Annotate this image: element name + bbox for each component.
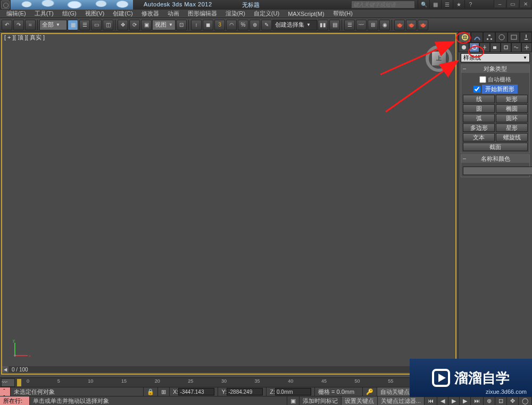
material-editor-button[interactable]: ◉ (379, 20, 390, 30)
play-button[interactable]: ▶ (448, 396, 460, 405)
mirror-button[interactable]: ▮▮ (318, 20, 328, 30)
subtab-cameras[interactable] (490, 43, 501, 52)
align-button[interactable]: ▤ (329, 20, 340, 30)
scroll-left-icon[interactable]: ◀ (2, 366, 9, 373)
select-name-button[interactable]: ☰ (79, 20, 90, 30)
lock-icon[interactable]: 🔒 (144, 387, 158, 396)
tab-create[interactable] (459, 32, 471, 43)
view-cube-face[interactable]: 上 (432, 52, 446, 65)
shape-donut-button[interactable]: 圆环 (496, 114, 528, 122)
time-slider-handle[interactable] (17, 379, 21, 386)
help-search[interactable] (351, 1, 415, 9)
render-setup-button[interactable]: 🫖 (394, 20, 405, 30)
nav-orbit-button[interactable]: ◯ (519, 396, 532, 405)
viewport-label[interactable]: [ + ][ 顶 ][ 真实 ] (4, 34, 45, 42)
viewport[interactable]: [ + ][ 顶 ][ 真实 ] 上 y x ◀ 0 / 100 ▶ (0, 32, 459, 376)
search-icon[interactable]: 🔍 (418, 0, 429, 9)
rect-select-button[interactable]: ▭ (91, 20, 102, 30)
menu-help[interactable]: 帮助(H) (329, 9, 357, 18)
shape-section-button[interactable]: 截面 (463, 143, 528, 151)
shape-star-button[interactable]: 星形 (496, 123, 528, 132)
shape-rectangle-button[interactable]: 矩形 (496, 95, 528, 103)
link-button[interactable]: ≈ (25, 20, 36, 30)
app-icon[interactable] (1, 1, 10, 9)
time-tag-button[interactable]: 添加时间标记 (300, 396, 342, 405)
key-filter-button[interactable]: 关键点过滤器... (378, 396, 425, 405)
coord-x-input[interactable] (178, 388, 214, 395)
selection-filter-dropdown[interactable]: 全部▼ (39, 20, 67, 30)
rotate-button[interactable]: ⟳ (129, 20, 140, 30)
shape-category-dropdown[interactable]: 样条线 ▼ (461, 53, 530, 62)
subtab-geometry[interactable] (459, 43, 469, 52)
goto-end-button[interactable]: ⏭ (471, 396, 484, 405)
shape-ngon-button[interactable]: 多边形 (463, 123, 495, 132)
tab-display[interactable] (508, 32, 520, 43)
named-sel-dropdown[interactable]: 创建选择集▼ (272, 20, 317, 30)
menu-modifiers[interactable]: 修改器 (137, 9, 163, 18)
menu-views[interactable]: 视图(V) (81, 9, 109, 18)
pivot-button[interactable]: ⊡ (176, 20, 187, 30)
coord-abs-icon[interactable]: ⊞ (158, 387, 170, 396)
shape-line-button[interactable]: 线 (463, 95, 495, 103)
shape-circle-button[interactable]: 圆 (463, 104, 495, 113)
object-name-input[interactable] (463, 167, 532, 175)
menu-tools[interactable]: 工具(T) (30, 9, 58, 18)
set-key-button[interactable]: 设置关键点 (342, 396, 378, 405)
auto-key-button[interactable]: 自动关键点 (377, 387, 413, 396)
rollout-name-color-header[interactable]: 名称和颜色 (461, 155, 529, 163)
redo-button[interactable]: ↷ (13, 20, 24, 30)
tab-motion[interactable] (495, 32, 508, 43)
shape-ellipse-button[interactable]: 椭圆 (496, 104, 528, 113)
goto-start-button[interactable]: ⏮ (425, 396, 437, 405)
isolate-icon[interactable]: ▣ (287, 396, 300, 405)
curve-editor-button[interactable]: 〰 (356, 20, 367, 30)
menu-render[interactable]: 渲染(R) (221, 9, 250, 18)
subscription-icon[interactable]: ▦ (429, 0, 441, 9)
start-new-shape-label[interactable]: 开始新图形 (482, 85, 518, 94)
tab-utilities[interactable] (520, 32, 532, 43)
tab-modify[interactable] (471, 32, 483, 43)
minimize-button[interactable]: – (494, 0, 505, 7)
menu-create[interactable]: 创建(C) (109, 9, 137, 18)
ref-coord-dropdown[interactable]: 视图▼ (152, 20, 176, 30)
nav-zoom-button[interactable]: ⊕ (484, 396, 495, 405)
subtab-systems[interactable] (521, 43, 532, 52)
select-object-button[interactable]: ▦ (68, 20, 78, 30)
undo-button[interactable]: ↶ (2, 20, 12, 30)
subtab-helpers[interactable] (501, 43, 511, 52)
angle-snap-button[interactable]: ◠ (226, 20, 237, 30)
help-search-input[interactable] (352, 1, 414, 8)
scale-button[interactable]: ▣ (141, 20, 152, 30)
close-button[interactable]: ✕ (519, 0, 531, 7)
autogrid-checkbox[interactable] (479, 76, 486, 83)
rollout-object-type-header[interactable]: 对象类型 (461, 65, 529, 73)
communication-icon[interactable]: ☰ (441, 0, 453, 9)
spinner-snap-button[interactable]: ⊕ (250, 20, 260, 30)
menu-graph[interactable]: 图形编辑器 (184, 9, 221, 18)
shape-text-button[interactable]: 文本 (463, 133, 495, 142)
menu-maxscript[interactable]: MAXScript(M) (284, 10, 328, 18)
menu-animation[interactable]: 动画 (163, 9, 184, 18)
star-icon[interactable]: ★ (453, 0, 464, 9)
maximize-button[interactable]: ▭ (506, 0, 518, 7)
keyboard-shortcut-button[interactable]: ◼ (203, 20, 213, 30)
help-icon[interactable]: ? (464, 0, 476, 9)
next-frame-button[interactable]: ▶ (460, 396, 471, 405)
layer-manager-button[interactable]: ☰ (344, 20, 355, 30)
rendered-frame-button[interactable]: 🫖 (406, 20, 417, 30)
menu-customize[interactable]: 自定义(U) (250, 9, 284, 18)
key-icon[interactable]: 🔑 (363, 387, 377, 396)
render-button[interactable]: 🫖 (418, 20, 428, 30)
subtab-lights[interactable] (479, 43, 490, 52)
view-cube[interactable]: 上 (426, 45, 452, 72)
nav-pan-button[interactable]: ✥ (507, 396, 519, 405)
tab-hierarchy[interactable] (483, 32, 495, 43)
viewport-hscroll[interactable]: ◀ 0 / 100 ▶ (2, 366, 455, 373)
start-new-shape-checkbox[interactable] (473, 86, 480, 93)
subtab-spacewarps[interactable] (511, 43, 522, 52)
percent-snap-button[interactable]: % (238, 20, 248, 30)
shape-arc-button[interactable]: 弧 (463, 114, 495, 122)
nav-zoom-all-button[interactable]: ⊡ (495, 396, 507, 405)
edit-named-sel-button[interactable]: ✎ (261, 20, 272, 30)
subtab-shapes[interactable] (469, 43, 480, 52)
